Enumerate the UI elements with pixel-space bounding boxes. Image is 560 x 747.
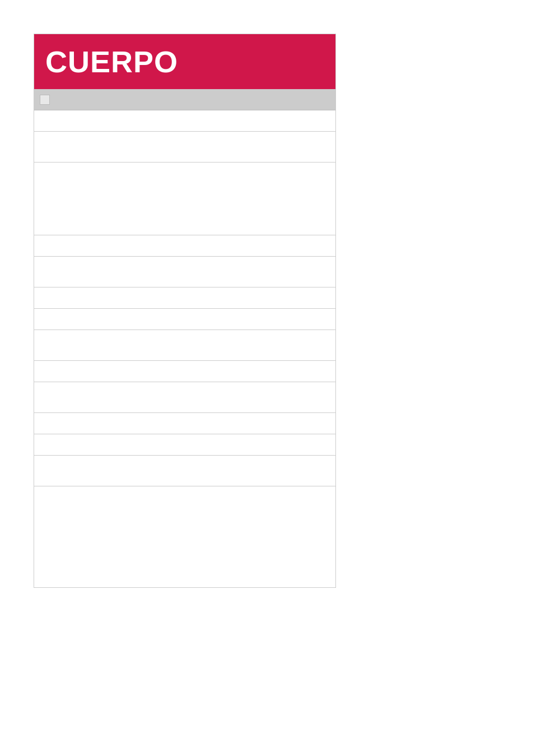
table-row — [34, 382, 335, 413]
table-row — [34, 434, 335, 456]
table-row — [34, 132, 335, 163]
card-header: CUERPO — [34, 34, 335, 89]
table-row — [34, 287, 335, 309]
subheader-row — [34, 89, 335, 110]
checkbox-indicator[interactable] — [40, 95, 50, 105]
table-row — [34, 257, 335, 287]
table-row — [34, 330, 335, 361]
table-row — [34, 110, 335, 132]
card-title: CUERPO — [45, 44, 178, 79]
table-row — [34, 361, 335, 382]
table-row — [34, 413, 335, 434]
table-row — [34, 163, 335, 235]
table-row — [34, 486, 335, 587]
table-row — [34, 309, 335, 330]
main-card: CUERPO — [34, 34, 336, 588]
table-row — [34, 235, 335, 257]
table-row — [34, 456, 335, 486]
